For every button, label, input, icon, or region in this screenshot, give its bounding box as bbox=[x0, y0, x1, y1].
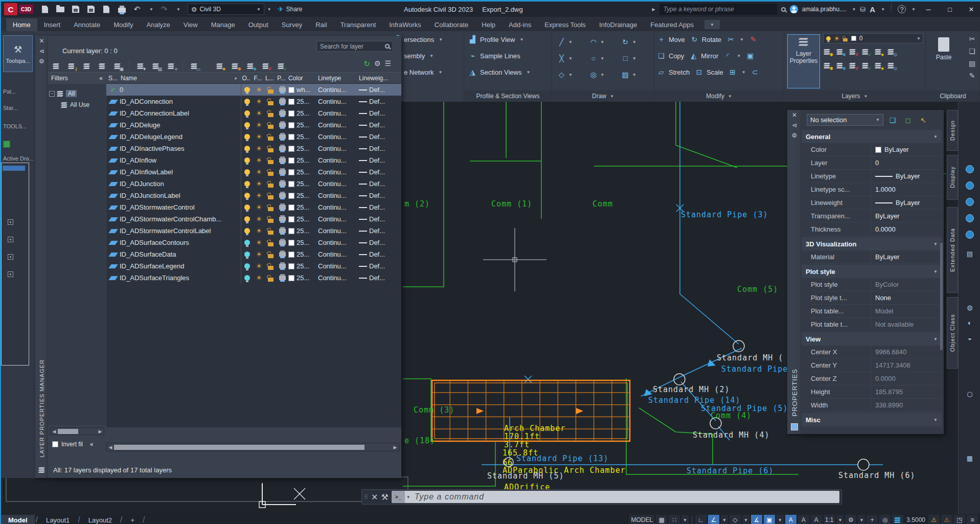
layer-plot-toggle[interactable] bbox=[277, 111, 288, 116]
layer-linetype-cell[interactable]: Continu... bbox=[318, 145, 359, 152]
property-value[interactable]: 14717.3406 bbox=[871, 361, 910, 369]
layer-freeze-toggle[interactable]: ☀ bbox=[253, 98, 265, 105]
tab-view[interactable]: View bbox=[177, 18, 204, 31]
draw-tool-button[interactable]: ╱▼ bbox=[557, 34, 585, 50]
account-chevron-icon[interactable]: ▼ bbox=[852, 7, 856, 12]
modify-tool-button[interactable]: ✎ bbox=[746, 31, 760, 48]
layer-color-cell[interactable]: 25... bbox=[288, 121, 318, 129]
panel-label-layers[interactable]: Layers▼ bbox=[784, 90, 925, 102]
minimize-button[interactable]: ─ bbox=[920, 2, 937, 16]
tree-selected-row[interactable] bbox=[3, 166, 25, 171]
properties-gear-icon[interactable]: ⚙ bbox=[37, 56, 47, 66]
layer-lock-toggle[interactable] bbox=[265, 275, 277, 282]
layer-plot-toggle[interactable] bbox=[277, 264, 288, 268]
workspace-switching-icon[interactable]: ⚙ bbox=[845, 515, 856, 524]
annotation-scale-value-chevron[interactable]: ▼ bbox=[836, 515, 844, 524]
modify-mirror-button[interactable]: ◭Mirror bbox=[687, 48, 721, 64]
layer-tool-button[interactable]: ✓ bbox=[861, 48, 870, 57]
layer-freeze-toggle[interactable]: ☀ bbox=[253, 227, 265, 234]
layer-row[interactable]: ID_ADStormwaterControlLabel☀25...Continu… bbox=[106, 225, 401, 237]
layer-freeze-toggle[interactable]: ☀ bbox=[253, 110, 265, 117]
layer-freeze-toggle[interactable]: ☀ bbox=[253, 263, 265, 269]
layer-color-cell[interactable]: 25... bbox=[288, 145, 318, 152]
modify-tool-button[interactable]: ✂▼ bbox=[724, 31, 746, 48]
layer-color-cell[interactable]: 25... bbox=[288, 98, 318, 105]
layer-lineweight-cell[interactable]: Def... bbox=[359, 168, 390, 176]
layer-row[interactable]: ID_ADDeluge☀25...Continu...Def... bbox=[106, 119, 401, 131]
status-menu-icon[interactable]: ≡ bbox=[967, 515, 978, 524]
invert-filter-checkbox[interactable] bbox=[52, 441, 58, 447]
modify-rotate-button[interactable]: ↻Rotate bbox=[688, 31, 724, 48]
print-button[interactable] bbox=[117, 5, 126, 14]
clipboard-tool-icon[interactable]: ❏ bbox=[968, 47, 976, 55]
draw-tool-button[interactable]: ↻▼ bbox=[621, 34, 649, 50]
tab-help[interactable]: Help bbox=[475, 18, 502, 31]
layer-on-toggle[interactable] bbox=[241, 252, 253, 257]
property-value[interactable]: ByLayer bbox=[871, 253, 900, 261]
layer-linetype-cell[interactable]: Continu... bbox=[318, 215, 359, 223]
layer-linetype-cell[interactable]: Continu... bbox=[318, 250, 359, 258]
column-header[interactable]: Color bbox=[287, 75, 317, 82]
filter-all[interactable]: − All bbox=[49, 88, 105, 99]
layer-monitor-button[interactable]: ▭ bbox=[188, 60, 200, 72]
layer-linetype-cell[interactable]: Continu... bbox=[318, 227, 359, 235]
object-snap-icon[interactable]: ▣ bbox=[764, 515, 775, 524]
layer-linetype-cell[interactable]: Continu... bbox=[318, 180, 359, 188]
layer-on-toggle[interactable] bbox=[241, 240, 253, 245]
layer-linetype-cell[interactable]: Continu... bbox=[318, 239, 359, 246]
layer-walk-button[interactable] bbox=[96, 60, 108, 72]
layer-on-toggle[interactable] bbox=[241, 275, 253, 281]
layer-row[interactable]: ID_ADSurfaceData☀25...Continu...Def... bbox=[106, 248, 401, 260]
layer-lineweight-cell[interactable]: Def... bbox=[359, 227, 390, 235]
layer-lock-toggle[interactable] bbox=[265, 263, 277, 270]
section-header-general[interactable]: General▼ bbox=[802, 130, 942, 143]
layer-search-input[interactable]: Search for layer bbox=[316, 41, 393, 52]
properties-gear-icon[interactable]: ⚙ bbox=[790, 130, 799, 141]
modify-scale-button[interactable]: ⊡Scale bbox=[692, 64, 726, 80]
share-button[interactable]: ✈ Share bbox=[278, 5, 303, 13]
side-tab-extended-data[interactable]: Extended Data bbox=[947, 207, 958, 293]
draw-tool-button[interactable]: ╳▼ bbox=[557, 51, 585, 66]
group-new-button[interactable]: ▨ bbox=[150, 60, 162, 72]
right-tool-icon[interactable] bbox=[963, 229, 976, 241]
save-as-button[interactable] bbox=[86, 5, 96, 14]
autodesk-chevron-icon[interactable]: ▼ bbox=[881, 7, 885, 12]
new-layout-button[interactable]: + bbox=[123, 515, 142, 524]
layer-freeze-toggle[interactable]: ☀ bbox=[253, 157, 265, 164]
tab-infodrainage[interactable]: InfoDrainage bbox=[592, 18, 644, 31]
tab-home[interactable]: Home bbox=[6, 18, 37, 31]
side-tab-design[interactable]: Design bbox=[947, 110, 958, 151]
layer-linetype-cell[interactable]: Continu... bbox=[318, 133, 359, 141]
graphics-performance-icon[interactable]: ⚠ bbox=[928, 515, 940, 524]
search-icon[interactable] bbox=[781, 7, 786, 12]
layer-color-cell[interactable]: 25... bbox=[288, 133, 318, 141]
layer-linetype-cell[interactable]: Continu... bbox=[318, 192, 359, 199]
draw-tool-button[interactable]: ▨▼ bbox=[621, 67, 649, 82]
property-value[interactable]: Model bbox=[871, 307, 893, 315]
tab-express-tools[interactable]: Express Tools bbox=[538, 18, 592, 31]
layer-tool-button[interactable]: ✓ bbox=[861, 62, 870, 71]
quick-select-icon[interactable]: ❏ bbox=[886, 115, 899, 126]
layer-plot-toggle[interactable] bbox=[277, 134, 288, 139]
help-chevron-icon[interactable]: ▼ bbox=[911, 7, 916, 12]
properties-scrollbar[interactable] bbox=[940, 243, 943, 350]
layer-plot-toggle[interactable] bbox=[277, 252, 288, 257]
layer-row[interactable]: ID_ADInactivePhases☀25...Continu...Def..… bbox=[106, 143, 401, 154]
freeze-layer-button[interactable]: ❄ bbox=[244, 60, 257, 72]
tree-collapse-icon[interactable]: − bbox=[49, 91, 55, 97]
layer-freeze-toggle[interactable]: ☀ bbox=[253, 216, 265, 222]
layout-tab-model[interactable]: Model bbox=[1, 515, 35, 524]
tab-insert[interactable]: Insert bbox=[37, 18, 67, 31]
layer-plot-toggle[interactable] bbox=[277, 146, 288, 151]
layer-lock-toggle[interactable] bbox=[265, 227, 277, 235]
layer-plot-toggle[interactable] bbox=[277, 170, 288, 174]
filter-all-used[interactable]: All Use bbox=[49, 99, 105, 110]
section-header-misc[interactable]: Misc▼ bbox=[802, 413, 942, 426]
layer-lock-toggle[interactable] bbox=[265, 169, 277, 176]
layer-plot-toggle[interactable] bbox=[277, 87, 288, 92]
right-tool-icon[interactable] bbox=[963, 163, 976, 175]
modify-copy-button[interactable]: ❏Copy bbox=[654, 48, 687, 64]
side-tab-object-class[interactable]: Object Class bbox=[947, 297, 958, 369]
layer-plot-toggle[interactable] bbox=[277, 217, 288, 221]
right-tool-icon[interactable]: ⬡ bbox=[963, 388, 976, 400]
